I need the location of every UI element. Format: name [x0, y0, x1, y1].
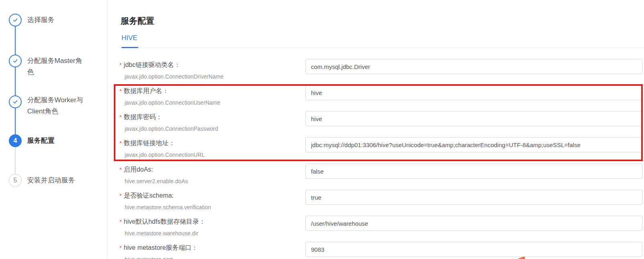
field-input-db-connection-url[interactable] [305, 137, 642, 152]
field-label: *数据库链接地址： [119, 139, 175, 148]
form-row: *jdbc链接驱动类名： javax.jdo.option.Connection… [0, 59, 644, 83]
required-asterisk: * [119, 218, 122, 225]
field-input-db-password[interactable] [305, 111, 642, 126]
tab-hive[interactable]: HIVE [121, 34, 137, 42]
required-asterisk: * [119, 113, 122, 120]
form-row: *启用doAs: hive.server2.enable.doAs [0, 164, 644, 188]
form-row: *数据库密码： javax.jdo.option.ConnectionPassw… [0, 111, 644, 135]
required-asterisk: * [119, 244, 122, 251]
field-label: *数据库用户名： [119, 87, 169, 95]
required-asterisk: * [119, 140, 122, 146]
required-asterisk: * [119, 166, 122, 173]
field-input-schema-verification[interactable] [305, 190, 642, 205]
field-label: *是否验证schema: [119, 192, 174, 200]
step-label: 选择服务 [27, 14, 99, 26]
service-install-wizard: 选择服务 分配服务Master角 色 分配服务Worker与 Client角色 … [0, 0, 644, 259]
required-asterisk: * [119, 87, 122, 94]
field-input-db-username[interactable] [305, 85, 642, 100]
form-row: *hive默认hdfs数据存储目录： hive.metastore.wareho… [0, 216, 644, 240]
field-label: *数据库密码： [119, 113, 162, 121]
required-asterisk: * [119, 192, 122, 199]
field-label: *jdbc链接驱动类名： [119, 61, 180, 69]
field-property-name: javax.jdo.option.ConnectionDriverName [125, 73, 224, 80]
field-property-name: javax.jdo.option.ConnectionURL [125, 152, 205, 158]
form-row: *hive metastore服务端口： hive.metastore.port [0, 242, 644, 259]
form-row: *数据库链接地址： javax.jdo.option.ConnectionURL [0, 137, 644, 161]
field-label: *hive默认hdfs数据存储目录： [119, 218, 205, 226]
required-asterisk: * [119, 61, 122, 68]
field-property-name: javax.jdo.option.ConnectionPassword [125, 125, 218, 132]
page-title: 服务配置 [121, 15, 154, 26]
active-tab-indicator [121, 47, 138, 48]
field-input-metastore-port[interactable] [305, 242, 642, 257]
field-input-jdbc-driver-class[interactable] [305, 59, 642, 74]
form-row: *数据库用户名： javax.jdo.option.ConnectionUser… [0, 85, 644, 109]
field-property-name: hive.metastore.schema.verification [125, 204, 211, 210]
field-property-name: hive.metastore.warehouse.dir [125, 230, 198, 237]
field-label: *启用doAs: [119, 166, 153, 174]
field-input-enable-doas[interactable] [305, 164, 642, 179]
field-label: *hive metastore服务端口： [119, 244, 198, 252]
field-property-name: javax.jdo.option.ConnectionUserName [125, 99, 220, 106]
field-input-warehouse-dir[interactable] [305, 216, 642, 231]
field-property-name: hive.metastore.port [125, 256, 173, 259]
tab-bar-divider [119, 48, 644, 48]
form-row: *是否验证schema: hive.metastore.schema.verif… [0, 190, 644, 214]
check-icon [9, 14, 22, 26]
field-property-name: hive.server2.enable.doAs [125, 178, 188, 184]
